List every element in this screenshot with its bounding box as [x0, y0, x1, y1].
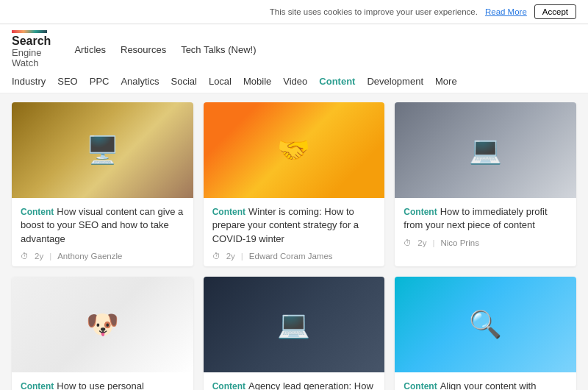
nav-development[interactable]: Development: [367, 76, 423, 87]
nav-video[interactable]: Video: [283, 76, 307, 87]
card-title-2: ContentHow to immediately profit from yo…: [404, 205, 567, 232]
card-age-2: 2y: [417, 238, 426, 247]
separator-0: |: [49, 252, 51, 260]
top-navigation: Articles Resources Tech Talks (New!): [74, 44, 256, 55]
card-image-3: 🐶: [12, 277, 193, 372]
nav-industry[interactable]: Industry: [12, 76, 46, 87]
card-author-1: Edward Coram James: [249, 252, 333, 260]
nav-social[interactable]: Social: [171, 76, 196, 87]
card-image-4: 💻: [204, 277, 385, 372]
card-age-1: 2y: [226, 252, 235, 260]
card-body-2: ContentHow to immediately profit from yo…: [395, 198, 576, 252]
card-image-2: 💻: [395, 102, 576, 198]
article-card[interactable]: 🔍 ContentAlign your content with custome…: [395, 277, 576, 390]
card-image-1: 🤝: [204, 102, 385, 198]
card-age-0: 2y: [35, 252, 43, 260]
logo-search-text: Search: [12, 35, 51, 48]
card-category-5: Content: [404, 381, 437, 390]
site-header: Search Engine Watch Articles Resources T…: [0, 24, 588, 93]
nav-local[interactable]: Local: [209, 76, 232, 87]
card-title-1: ContentWinter is coming: How to prepare …: [212, 205, 376, 246]
main-navigation: Industry SEO PPC Analytics Social Local …: [12, 71, 576, 93]
card-meta-0: ⏱ 2y | Anthony Gaenzle: [21, 252, 184, 260]
clock-icon-2: ⏱: [404, 238, 412, 247]
card-title-0: ContentHow visual content can give a boo…: [21, 205, 184, 246]
clock-icon-1: ⏱: [212, 252, 220, 260]
card-body-3: ContentHow to use personal passions to c…: [12, 372, 193, 390]
nav-seo[interactable]: SEO: [57, 76, 77, 87]
cookie-message: This site uses cookies to improve your u…: [270, 7, 478, 16]
logo-colorbar: [12, 30, 47, 33]
card-title-5: ContentAlign your content with customer …: [404, 380, 567, 390]
card-author-0: Anthony Gaenzle: [57, 252, 122, 260]
nav-ppc[interactable]: PPC: [90, 76, 110, 87]
card-image-5: 🔍: [395, 277, 576, 372]
article-card[interactable]: 💻 ContentAgency lead generation: How to …: [204, 277, 385, 390]
nav-more[interactable]: More: [435, 76, 457, 87]
cookie-read-more-link[interactable]: Read More: [485, 7, 527, 16]
article-card[interactable]: 🤝 ContentWinter is coming: How to prepar…: [204, 102, 385, 266]
card-category-2: Content: [404, 207, 437, 217]
card-category-4: Content: [212, 381, 245, 390]
separator-2: |: [432, 238, 434, 247]
clock-icon-0: ⏱: [21, 252, 29, 260]
card-body-4: ContentAgency lead generation: How to cr…: [204, 372, 385, 390]
article-card-grid: 🖥️ ContentHow visual content can give a …: [12, 102, 576, 390]
cookie-banner: This site uses cookies to improve your u…: [0, 0, 588, 24]
card-category-3: Content: [21, 381, 54, 390]
card-author-2: Nico Prins: [440, 238, 478, 247]
article-card[interactable]: 🐶 ContentHow to use personal passions to…: [12, 277, 193, 390]
header-top: Search Engine Watch Articles Resources T…: [12, 24, 576, 71]
top-nav-articles[interactable]: Articles: [74, 44, 106, 55]
card-meta-2: ⏱ 2y | Nico Prins: [404, 238, 567, 247]
card-title-3: ContentHow to use personal passions to c…: [21, 380, 184, 390]
top-nav-tech-talks[interactable]: Tech Talks (New!): [181, 44, 256, 55]
card-body-1: ContentWinter is coming: How to prepare …: [204, 198, 385, 266]
article-card[interactable]: 🖥️ ContentHow visual content can give a …: [12, 102, 193, 266]
card-body-5: ContentAlign your content with customer …: [395, 372, 576, 390]
top-nav-resources[interactable]: Resources: [121, 44, 166, 55]
nav-content[interactable]: Content: [319, 76, 355, 87]
card-body-0: ContentHow visual content can give a boo…: [12, 198, 193, 266]
nav-analytics[interactable]: Analytics: [121, 76, 159, 87]
nav-mobile[interactable]: Mobile: [243, 76, 271, 87]
logo-watch-text: Watch: [12, 58, 51, 68]
article-card[interactable]: 💻 ContentHow to immediately profit from …: [395, 102, 576, 266]
card-category-1: Content: [212, 207, 245, 217]
card-title-4: ContentAgency lead generation: How to cr…: [212, 380, 376, 390]
card-image-0: 🖥️: [12, 102, 193, 198]
card-category-0: Content: [21, 207, 54, 217]
separator-1: |: [241, 252, 243, 260]
content-area: 🖥️ ContentHow visual content can give a …: [0, 93, 588, 390]
site-logo[interactable]: Search Engine Watch: [12, 30, 51, 68]
logo-engine-text: Engine: [12, 48, 51, 58]
cookie-accept-button[interactable]: Accept: [534, 4, 576, 19]
card-meta-1: ⏱ 2y | Edward Coram James: [212, 252, 376, 260]
